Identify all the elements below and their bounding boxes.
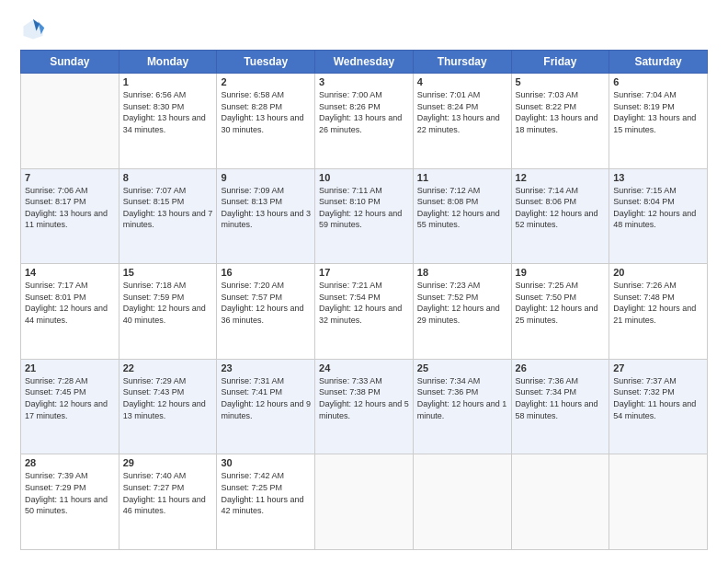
day-info: Sunrise: 7:17 AMSunset: 8:01 PMDaylight:… — [25, 280, 115, 326]
col-sunday: Sunday — [21, 51, 119, 74]
day-number: 9 — [221, 172, 311, 183]
day-info: Sunrise: 7:42 AMSunset: 7:25 PMDaylight:… — [221, 470, 311, 516]
table-row: 25Sunrise: 7:34 AMSunset: 7:36 PMDayligh… — [413, 359, 511, 454]
day-number: 1 — [123, 76, 213, 87]
day-info: Sunrise: 7:04 AMSunset: 8:19 PMDaylight:… — [613, 89, 703, 135]
day-info: Sunrise: 7:39 AMSunset: 7:29 PMDaylight:… — [25, 470, 115, 516]
day-info: Sunrise: 7:09 AMSunset: 8:13 PMDaylight:… — [221, 185, 311, 231]
calendar-table: Sunday Monday Tuesday Wednesday Thursday… — [20, 50, 708, 550]
day-number: 29 — [123, 457, 213, 468]
table-row: 18Sunrise: 7:23 AMSunset: 7:52 PMDayligh… — [413, 264, 511, 360]
day-info: Sunrise: 7:00 AMSunset: 8:26 PMDaylight:… — [319, 89, 409, 135]
table-row: 11Sunrise: 7:12 AMSunset: 8:08 PMDayligh… — [413, 168, 511, 264]
table-row: 10Sunrise: 7:11 AMSunset: 8:10 PMDayligh… — [315, 168, 414, 264]
table-row: 21Sunrise: 7:28 AMSunset: 7:45 PMDayligh… — [21, 359, 119, 454]
day-info: Sunrise: 7:12 AMSunset: 8:08 PMDaylight:… — [417, 185, 507, 231]
day-number: 11 — [417, 172, 507, 183]
day-number: 19 — [516, 267, 606, 278]
svg-marker-0 — [24, 20, 43, 40]
table-row: 12Sunrise: 7:14 AMSunset: 8:06 PMDayligh… — [511, 168, 609, 264]
day-number: 24 — [319, 362, 409, 373]
table-row — [511, 454, 609, 550]
day-info: Sunrise: 7:26 AMSunset: 7:48 PMDaylight:… — [613, 280, 703, 326]
day-info: Sunrise: 6:58 AMSunset: 8:28 PMDaylight:… — [221, 89, 311, 135]
day-number: 2 — [221, 76, 311, 87]
day-number: 15 — [123, 267, 213, 278]
day-info: Sunrise: 7:31 AMSunset: 7:41 PMDaylight:… — [221, 375, 311, 421]
table-row: 13Sunrise: 7:15 AMSunset: 8:04 PMDayligh… — [609, 168, 708, 264]
table-row: 6Sunrise: 7:04 AMSunset: 8:19 PMDaylight… — [609, 74, 708, 169]
col-tuesday: Tuesday — [217, 51, 315, 74]
day-number: 8 — [123, 172, 213, 183]
day-info: Sunrise: 7:07 AMSunset: 8:15 PMDaylight:… — [123, 185, 213, 231]
table-row: 28Sunrise: 7:39 AMSunset: 7:29 PMDayligh… — [21, 454, 119, 550]
day-info: Sunrise: 7:29 AMSunset: 7:43 PMDaylight:… — [123, 375, 213, 421]
table-row: 24Sunrise: 7:33 AMSunset: 7:38 PMDayligh… — [315, 359, 414, 454]
table-row: 30Sunrise: 7:42 AMSunset: 7:25 PMDayligh… — [217, 454, 315, 550]
day-number: 17 — [319, 267, 409, 278]
table-row: 22Sunrise: 7:29 AMSunset: 7:43 PMDayligh… — [119, 359, 217, 454]
table-row: 16Sunrise: 7:20 AMSunset: 7:57 PMDayligh… — [217, 264, 315, 360]
table-row: 29Sunrise: 7:40 AMSunset: 7:27 PMDayligh… — [119, 454, 217, 550]
logo — [20, 17, 50, 42]
table-row — [609, 454, 708, 550]
table-row: 19Sunrise: 7:25 AMSunset: 7:50 PMDayligh… — [511, 264, 609, 360]
day-number: 22 — [123, 362, 213, 373]
table-row: 14Sunrise: 7:17 AMSunset: 8:01 PMDayligh… — [21, 264, 119, 360]
table-row: 8Sunrise: 7:07 AMSunset: 8:15 PMDaylight… — [119, 168, 217, 264]
logo-icon — [20, 17, 46, 42]
table-row: 15Sunrise: 7:18 AMSunset: 7:59 PMDayligh… — [119, 264, 217, 360]
table-row: 27Sunrise: 7:37 AMSunset: 7:32 PMDayligh… — [609, 359, 708, 454]
calendar-week-row: 1Sunrise: 6:56 AMSunset: 8:30 PMDaylight… — [21, 74, 708, 169]
calendar-header-row: Sunday Monday Tuesday Wednesday Thursday… — [21, 51, 708, 74]
header — [20, 17, 708, 42]
day-number: 28 — [25, 457, 115, 468]
day-info: Sunrise: 7:20 AMSunset: 7:57 PMDaylight:… — [221, 280, 311, 326]
day-info: Sunrise: 7:40 AMSunset: 7:27 PMDaylight:… — [123, 470, 213, 516]
table-row: 2Sunrise: 6:58 AMSunset: 8:28 PMDaylight… — [217, 74, 315, 169]
col-thursday: Thursday — [413, 51, 511, 74]
day-number: 27 — [613, 362, 703, 373]
day-info: Sunrise: 7:14 AMSunset: 8:06 PMDaylight:… — [516, 185, 606, 231]
col-friday: Friday — [511, 51, 609, 74]
table-row: 4Sunrise: 7:01 AMSunset: 8:24 PMDaylight… — [413, 74, 511, 169]
day-info: Sunrise: 7:34 AMSunset: 7:36 PMDaylight:… — [417, 375, 507, 421]
day-info: Sunrise: 7:21 AMSunset: 7:54 PMDaylight:… — [319, 280, 409, 326]
table-row — [315, 454, 414, 550]
day-number: 16 — [221, 267, 311, 278]
calendar-week-row: 14Sunrise: 7:17 AMSunset: 8:01 PMDayligh… — [21, 264, 708, 360]
day-number: 14 — [25, 267, 115, 278]
day-number: 10 — [319, 172, 409, 183]
table-row: 20Sunrise: 7:26 AMSunset: 7:48 PMDayligh… — [609, 264, 708, 360]
day-info: Sunrise: 7:28 AMSunset: 7:45 PMDaylight:… — [25, 375, 115, 421]
calendar-week-row: 7Sunrise: 7:06 AMSunset: 8:17 PMDaylight… — [21, 168, 708, 264]
day-number: 26 — [516, 362, 606, 373]
day-info: Sunrise: 7:03 AMSunset: 8:22 PMDaylight:… — [516, 89, 606, 135]
day-info: Sunrise: 7:11 AMSunset: 8:10 PMDaylight:… — [319, 185, 409, 231]
day-number: 20 — [613, 267, 703, 278]
day-number: 7 — [25, 172, 115, 183]
col-monday: Monday — [119, 51, 217, 74]
page: Sunday Monday Tuesday Wednesday Thursday… — [0, 0, 728, 563]
day-number: 12 — [516, 172, 606, 183]
day-number: 6 — [613, 76, 703, 87]
table-row: 1Sunrise: 6:56 AMSunset: 8:30 PMDaylight… — [119, 74, 217, 169]
day-number: 13 — [613, 172, 703, 183]
table-row: 7Sunrise: 7:06 AMSunset: 8:17 PMDaylight… — [21, 168, 119, 264]
day-info: Sunrise: 7:01 AMSunset: 8:24 PMDaylight:… — [417, 89, 507, 135]
table-row — [21, 74, 119, 169]
day-info: Sunrise: 7:25 AMSunset: 7:50 PMDaylight:… — [516, 280, 606, 326]
day-info: Sunrise: 7:15 AMSunset: 8:04 PMDaylight:… — [613, 185, 703, 231]
calendar-week-row: 21Sunrise: 7:28 AMSunset: 7:45 PMDayligh… — [21, 359, 708, 454]
col-saturday: Saturday — [609, 51, 708, 74]
day-number: 3 — [319, 76, 409, 87]
table-row: 23Sunrise: 7:31 AMSunset: 7:41 PMDayligh… — [217, 359, 315, 454]
table-row: 9Sunrise: 7:09 AMSunset: 8:13 PMDaylight… — [217, 168, 315, 264]
day-number: 21 — [25, 362, 115, 373]
day-info: Sunrise: 7:33 AMSunset: 7:38 PMDaylight:… — [319, 375, 409, 421]
table-row: 3Sunrise: 7:00 AMSunset: 8:26 PMDaylight… — [315, 74, 414, 169]
day-number: 30 — [221, 457, 311, 468]
day-info: Sunrise: 7:37 AMSunset: 7:32 PMDaylight:… — [613, 375, 703, 421]
day-number: 23 — [221, 362, 311, 373]
table-row: 26Sunrise: 7:36 AMSunset: 7:34 PMDayligh… — [511, 359, 609, 454]
